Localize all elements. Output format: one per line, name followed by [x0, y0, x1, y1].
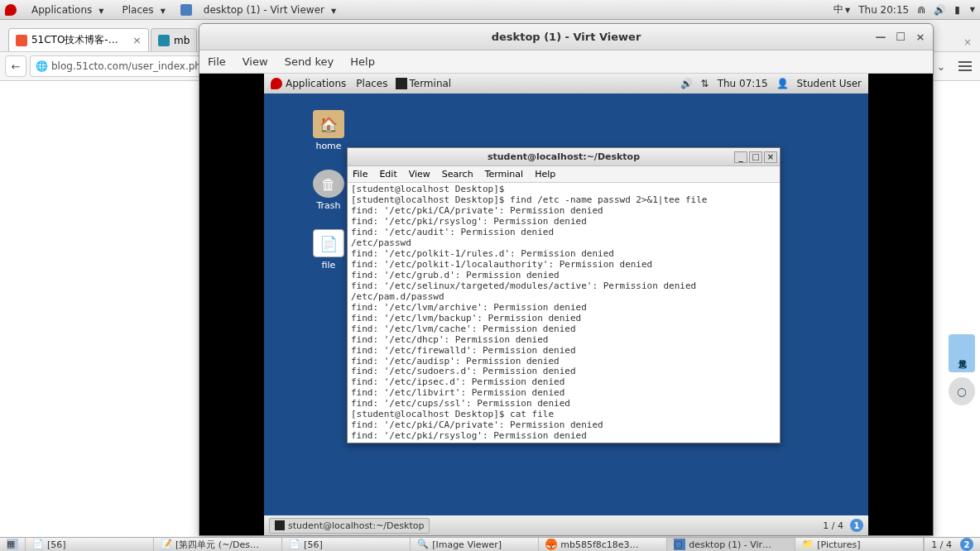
browser-tab-1[interactable]: mb	[151, 28, 197, 51]
minimize-button[interactable]: —	[873, 30, 888, 45]
taskbar-item[interactable]: 📄[56]	[282, 538, 411, 551]
volume-icon[interactable]: 🔊	[680, 78, 693, 89]
taskbar-item[interactable]: 🦊mb585f8c18e3…	[539, 538, 667, 551]
guest-bottom-panel: student@localhost:~/Desktop 1 / 4 1	[264, 515, 868, 535]
guest-places-menu[interactable]: Places	[356, 78, 387, 89]
icon-label: home	[315, 141, 341, 151]
term-menu-search[interactable]: Search	[442, 169, 473, 180]
workspace-indicator[interactable]: 1 / 4 2	[924, 538, 980, 551]
desktop-icon-file[interactable]: 📄 file	[304, 229, 353, 271]
term-menu-help[interactable]: Help	[535, 169, 555, 180]
desktop-icon-home[interactable]: 🏠 home	[304, 110, 353, 151]
workspace-label: 1 / 4	[931, 539, 952, 550]
virt-menu-view[interactable]: View	[243, 55, 268, 68]
battery-icon[interactable]: ▮	[954, 4, 960, 16]
terminal-icon	[396, 78, 407, 89]
host-applications-menu[interactable]: Applications▼	[25, 2, 110, 17]
chat-badge[interactable]: ◯	[949, 377, 975, 405]
virt-titlebar[interactable]: desktop (1) - Virt Viewer — ☐ ×	[199, 24, 933, 50]
host-places-menu[interactable]: Places▼	[115, 2, 171, 17]
redhat-icon	[5, 4, 17, 16]
redhat-icon	[271, 78, 282, 89]
virt-title: desktop (1) - Virt Viewer	[492, 31, 641, 43]
show-desktop-button[interactable]: ▦	[0, 538, 26, 551]
terminal-body[interactable]: [student@localhost Desktop]$ [student@lo…	[348, 183, 780, 443]
term-menu-view[interactable]: View	[409, 169, 430, 180]
taskbar-item-label: student@localhost:~/Desktop	[288, 520, 424, 531]
tab-label: mb	[174, 35, 190, 46]
file-icon: 📄	[313, 229, 344, 257]
terminal-title: student@localhost:~/Desktop	[488, 151, 640, 162]
folder-icon: 🏠	[313, 110, 344, 138]
close-button[interactable]: ×	[764, 151, 777, 163]
browser-close-icon[interactable]: ×	[955, 33, 980, 51]
taskbar-item[interactable]: 🔍[Image Viewer]	[411, 538, 539, 551]
close-button[interactable]: ×	[913, 30, 928, 45]
taskbar-item[interactable]: 📄[56]	[26, 538, 154, 551]
virt-menu-help[interactable]: Help	[350, 55, 375, 68]
host-taskbar: ▦ 📄[56] 📝[第四单元 (~/Des… 📄[56] 🔍[Image Vie…	[0, 537, 980, 551]
locale-indicator[interactable]: 中▼	[833, 2, 850, 17]
workspace-badge[interactable]: 1	[850, 519, 863, 532]
trash-icon: 🗑	[313, 170, 344, 198]
guest-desktop[interactable]: Applications Places Terminal 🔊 ⇅ Thu 07:…	[264, 74, 868, 535]
minimize-button[interactable]: _	[734, 151, 747, 163]
desktop-icon-trash[interactable]: 🗑 Trash	[304, 170, 353, 211]
wifi-icon[interactable]: ⋒	[917, 4, 925, 16]
terminal-titlebar[interactable]: student@localhost:~/Desktop _ □ ×	[348, 148, 780, 166]
virt-viewer-window: desktop (1) - Virt Viewer — ☐ × File Vie…	[199, 23, 934, 536]
guest-applications-menu[interactable]: Applications	[286, 78, 346, 89]
host-topbar: Applications▼ Places▼ desktop (1) - Virt…	[0, 0, 980, 20]
guest-clock[interactable]: Thu 07:15	[718, 78, 768, 89]
taskbar-item[interactable]: 📁[Pictures]	[795, 538, 924, 551]
icon-label: Trash	[316, 200, 340, 211]
volume-icon[interactable]: 🔊	[934, 4, 946, 16]
floating-sidebar: 意见反馈 ◯	[949, 334, 975, 405]
maximize-button[interactable]: □	[749, 151, 762, 163]
url-text: blog.51cto.com/user_index.php?a	[51, 60, 219, 72]
host-clock[interactable]: Thu 20:15	[858, 4, 909, 16]
tab-close-icon[interactable]: ×	[132, 34, 142, 46]
virt-content: Applications Places Terminal 🔊 ⇅ Thu 07:…	[199, 74, 933, 535]
tab-favicon	[16, 35, 27, 46]
guest-active-window[interactable]: Terminal	[409, 78, 451, 89]
taskbar-item[interactable]: 📝[第四单元 (~/Des…	[154, 538, 282, 551]
virt-menu: File View Send key Help	[199, 50, 933, 74]
term-menu-terminal[interactable]: Terminal	[485, 169, 524, 180]
workspace-label: 1 / 4	[823, 520, 843, 531]
guest-topbar: Applications Places Terminal 🔊 ⇅ Thu 07:…	[264, 74, 868, 93]
virt-menu-file[interactable]: File	[208, 55, 226, 68]
terminal-icon	[275, 520, 285, 530]
host-active-window[interactable]: desktop (1) - Virt Viewer▼	[197, 2, 343, 17]
user-icon: 👤	[776, 78, 789, 89]
terminal-window: student@localhost:~/Desktop _ □ × File E…	[347, 147, 781, 443]
feedback-badge[interactable]: 意见反馈	[949, 334, 975, 372]
term-menu-file[interactable]: File	[353, 169, 368, 180]
browser-tab-0[interactable]: 51CTO技术博客-领… ×	[8, 28, 149, 51]
taskbar-item-active[interactable]: ▢desktop (1) - Vir…	[667, 538, 795, 551]
tab-label: 51CTO技术博客-领…	[31, 33, 127, 47]
maximize-button[interactable]: ☐	[893, 30, 908, 45]
back-button[interactable]: ←	[5, 55, 26, 77]
virt-menu-sendkey[interactable]: Send key	[285, 55, 334, 68]
term-menu-edit[interactable]: Edit	[379, 169, 396, 180]
icon-label: file	[322, 260, 336, 271]
virt-viewer-icon	[180, 4, 192, 16]
terminal-menu: File Edit View Search Terminal Help	[348, 166, 780, 183]
network-icon[interactable]: ⇅	[701, 78, 709, 89]
taskbar-item-terminal[interactable]: student@localhost:~/Desktop	[269, 518, 430, 534]
guest-desktop-area[interactable]: 🏠 home 🗑 Trash 📄 file student@lo	[264, 93, 868, 515]
guest-user[interactable]: Student User	[797, 78, 862, 89]
tab-favicon	[158, 35, 170, 46]
workspace-badge[interactable]: 2	[960, 538, 973, 551]
power-icon[interactable]: ▼	[968, 6, 975, 13]
menu-button[interactable]	[955, 61, 975, 71]
